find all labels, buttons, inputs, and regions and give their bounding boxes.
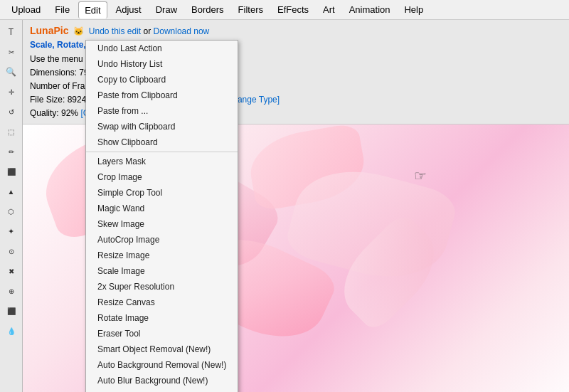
menu-file[interactable]: File [49,1,75,18]
tool-text[interactable]: T [2,23,21,41]
or-text: or [144,26,154,36]
tool-ellipse[interactable]: ⊙ [2,242,21,260]
menu-borders[interactable]: Borders [186,1,230,18]
menu-edit[interactable]: Edit [78,1,107,18]
tool-eraser[interactable]: ✖ [2,262,21,280]
menu-adjust[interactable]: Adjust [110,1,147,18]
menu-layers-mask[interactable]: Layers Mask [86,154,238,169]
menu-eraser-tool[interactable]: Eraser Tool [86,326,238,341]
menu-resize-canvas[interactable]: Resize Canvas [86,295,238,310]
menu-rotate-image[interactable]: Rotate Image [86,310,238,326]
menu-paste-clipboard[interactable]: Paste from Clipboard [86,88,238,103]
menu-undo-last[interactable]: Undo Last Action [86,41,238,56]
main-layout: T ✂ 🔍 ✛ ↺ ⬚ ✏ ⬛ ▲ ⬡ ✦ ⊙ ✖ ⊕ ⬛ 💧 LunaPic … [0,20,569,392]
menu-magic-wand[interactable]: Magic Wand [86,201,238,216]
menu-autocrop[interactable]: AutoCrop Image [86,232,238,248]
tool-clone[interactable]: ⊕ [2,282,21,300]
menu-super-resolution[interactable]: 2x Super Resolution [86,279,238,295]
undo-link[interactable]: Undo this edit [89,26,141,36]
tool-pencil[interactable]: ✏ [2,142,21,161]
menu-upload[interactable]: Upload [6,1,46,18]
cursor-hand-icon: ☞ [414,167,427,184]
content-area: LunaPic 🐱 Undo this edit or Download now… [23,20,569,392]
menu-bar: Upload File Edit Adjust Draw Borders Fil… [0,0,569,20]
tool-polygon[interactable]: ⬡ [2,202,21,221]
menu-effects[interactable]: EfFects [272,1,314,18]
menu-swap-clipboard[interactable]: Swap with Clipboard [86,119,238,134]
menu-paste-from[interactable]: Paste from ... [86,103,238,119]
menu-draw[interactable]: Draw [150,1,183,18]
tool-move[interactable]: ✛ [2,83,21,101]
menu-scale-image[interactable]: Scale Image [86,263,238,279]
menu-art[interactable]: Art [317,1,341,18]
menu-auto-pixelate-bg[interactable]: Auto Pixelate Background (New!) [86,388,238,392]
menu-auto-bg-removal[interactable]: Auto Background Removal (New!) [86,357,238,373]
tool-rotate[interactable]: ↺ [2,102,21,121]
tool-brush[interactable]: ⬛ [2,162,21,181]
tool-fill[interactable]: ⬛ [2,302,21,320]
brand-logo: LunaPic [30,25,68,36]
edit-dropdown-menu: Undo Last Action Undo History List Copy … [85,40,238,392]
menu-undo-history[interactable]: Undo History List [86,56,238,72]
tool-star[interactable]: ✦ [2,222,21,240]
tool-eyedrop[interactable]: 💧 [2,322,21,340]
menu-copy-clipboard[interactable]: Copy to Clipboard [86,72,238,88]
menu-simple-crop[interactable]: Simple Crop Tool [86,185,238,201]
menu-resize-image[interactable]: Resize Image [86,248,238,263]
menu-smart-removal[interactable]: Smart Object Removal (New!) [86,341,238,357]
menu-animation[interactable]: Animation [344,1,396,18]
download-link[interactable]: Download now [154,26,210,36]
menu-filters[interactable]: Filters [233,1,269,18]
left-toolbar: T ✂ 🔍 ✛ ↺ ⬚ ✏ ⬛ ▲ ⬡ ✦ ⊙ ✖ ⊕ ⬛ 💧 [0,20,23,392]
menu-help[interactable]: Help [398,1,429,18]
menu-show-clipboard[interactable]: Show Clipboard [86,134,238,150]
tool-shape[interactable]: ▲ [2,182,21,201]
menu-crop-image[interactable]: Crop Image [86,169,238,185]
tool-lasso[interactable]: ✂ [2,43,21,61]
menu-skew-image[interactable]: Skew Image [86,216,238,232]
menu-separator-1 [86,152,238,152]
menu-auto-blur-bg[interactable]: Auto Blur Background (New!) [86,373,238,388]
tool-crop[interactable]: ⬚ [2,122,21,141]
tool-zoom[interactable]: 🔍 [2,63,21,81]
